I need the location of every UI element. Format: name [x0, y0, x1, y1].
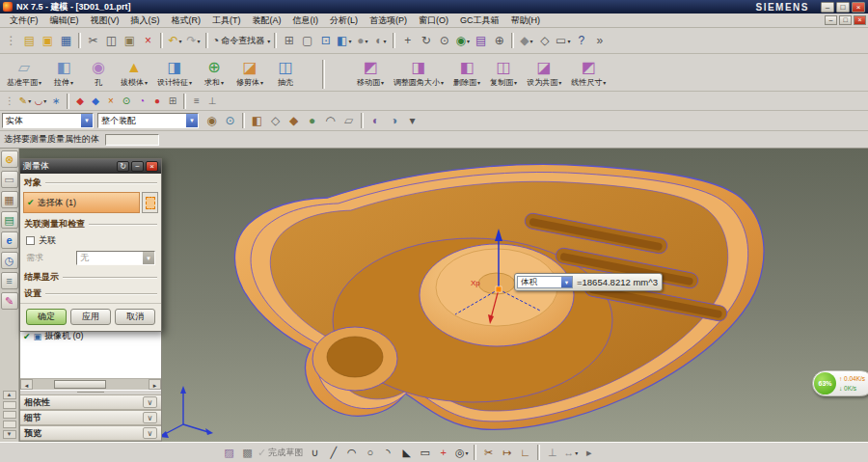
move-face-button[interactable]: ◩ 移动面 ▾: [352, 59, 389, 88]
selected-body-row[interactable]: ✔ 选择体 (1): [23, 192, 140, 213]
pan-icon[interactable]: +: [398, 32, 417, 50]
new-file-icon[interactable]: ▤: [20, 32, 39, 50]
assembly-navigator-tab[interactable]: ⊛: [1, 150, 18, 168]
doc-minimize-button[interactable]: –: [825, 15, 837, 25]
resize-blend-button[interactable]: ◨ 调整圆角大小 ▾: [389, 59, 448, 88]
navigator-section[interactable]: 细节 ∨: [20, 410, 161, 425]
select-point-icon[interactable]: ●: [303, 112, 321, 130]
make-corner-icon[interactable]: ∟: [516, 445, 534, 461]
apply-button[interactable]: 应用: [70, 309, 111, 325]
orient-view-cube-icon[interactable]: ◧ ▾: [335, 32, 353, 50]
menu-item[interactable]: 编辑(E): [44, 14, 85, 27]
select-edge-icon[interactable]: ◇: [266, 112, 285, 130]
maximize-button[interactable]: □: [836, 2, 850, 13]
save-icon[interactable]: ▦: [57, 32, 75, 50]
paste-icon[interactable]: ▣: [121, 32, 139, 50]
select-datum-icon[interactable]: ▱: [339, 112, 358, 130]
cancel-button[interactable]: 取消: [115, 309, 155, 325]
cut-icon[interactable]: ✂: [84, 32, 102, 50]
ok-button[interactable]: 确定: [26, 309, 67, 325]
curve-rule-icon[interactable]: ≡: [189, 94, 204, 108]
dialog-reset-button[interactable]: ↻: [117, 161, 129, 172]
command-finder-icon[interactable]: ◔ 命令查找器 ▾: [211, 32, 271, 50]
menu-item[interactable]: 信息(I): [287, 14, 325, 27]
rail-up-icon[interactable]: ▲: [3, 391, 16, 399]
cup-feature[interactable]: [312, 327, 397, 391]
snap-point-intersect-icon[interactable]: ×: [103, 94, 119, 108]
navigator-section[interactable]: 预览 ∨: [20, 425, 161, 441]
doc-close-button[interactable]: ×: [854, 15, 866, 25]
redo-icon[interactable]: ↷ ▾: [184, 32, 203, 50]
arc-icon[interactable]: ◠: [342, 445, 361, 461]
copy-face-button[interactable]: ◫ 复制面 ▾: [485, 59, 522, 88]
rail-down-icon[interactable]: ▼: [3, 430, 16, 439]
touch-mode-icon[interactable]: ⊞: [280, 32, 298, 50]
delete-icon[interactable]: ×: [139, 32, 157, 50]
screenshot-icon[interactable]: ▢: [298, 32, 316, 50]
geometric-constraints-icon[interactable]: ⊥: [543, 445, 561, 461]
menu-item[interactable]: 插入(S): [125, 14, 166, 27]
stop-at-intersection-icon[interactable]: ⊥: [204, 94, 220, 108]
sketch-icon[interactable]: ✎ ▾: [17, 94, 33, 108]
profile-icon[interactable]: ∪: [306, 445, 324, 461]
speed-ball[interactable]: 63%: [814, 372, 836, 394]
unite-button[interactable]: ⊕ 求和 ▾: [197, 59, 231, 88]
system-materials-tab[interactable]: ≡: [1, 272, 18, 289]
snap-point-quadrant-icon[interactable]: ◔: [134, 94, 149, 108]
show-hide-icon[interactable]: ◉ ▾: [453, 32, 472, 50]
rail-slot[interactable]: [3, 421, 16, 428]
delete-face-button[interactable]: ◧ 删除面 ▾: [448, 59, 485, 88]
part-navigator-tab[interactable]: ▦: [1, 191, 18, 208]
part-body[interactable]: [234, 164, 764, 429]
snap-view-icon[interactable]: ◇: [535, 32, 554, 50]
rail-slot[interactable]: [3, 401, 16, 409]
snap-enable-icon[interactable]: ◉: [203, 112, 221, 130]
scroll-left-button[interactable]: ◂: [20, 379, 33, 390]
wireframe-view-icon[interactable]: ◐ ▾: [371, 32, 390, 50]
open-folder-icon[interactable]: ▣: [39, 32, 57, 50]
sketch-preferences-icon[interactable]: ▩: [238, 445, 257, 461]
quick-extend-icon[interactable]: ↦: [498, 445, 516, 461]
selection-scope-select[interactable]: 整个装配 ▼: [97, 113, 199, 128]
menu-item[interactable]: 分析(L): [324, 14, 364, 27]
shell-button[interactable]: ◫ 抽壳: [268, 59, 303, 88]
layer-settings-icon[interactable]: ▤: [472, 32, 490, 50]
hole-button[interactable]: ◉ 孔: [81, 59, 116, 88]
datum-plane-button[interactable]: ▱ 基准平面 ▾: [2, 59, 46, 88]
offset-curve-icon[interactable]: ◎ ▾: [452, 445, 471, 461]
roles-tab[interactable]: ✎: [1, 292, 18, 310]
history-tab[interactable]: ◷: [1, 252, 18, 269]
rectangle-icon[interactable]: ▭: [416, 445, 434, 461]
window-icon[interactable]: ▭ ▾: [554, 32, 572, 50]
filter-more-icon[interactable]: ▾: [403, 112, 421, 130]
design-feature-button[interactable]: ◨ 设计特征 ▾: [152, 59, 197, 88]
menu-item[interactable]: 工具(T): [206, 14, 247, 27]
help-icon[interactable]: ?: [572, 32, 590, 50]
sketch-curve-icon[interactable]: ◡ ▾: [33, 94, 48, 108]
datum-csys-icon[interactable]: ∗: [48, 94, 64, 108]
snap-point-existing-icon[interactable]: ●: [149, 94, 165, 108]
extrude-button[interactable]: ◧ 拉伸 ▾: [46, 59, 81, 88]
rail-slot[interactable]: [3, 411, 16, 419]
snap-point-grid-icon[interactable]: ⊞: [165, 94, 180, 108]
select-body-icon[interactable]: ◆: [285, 112, 303, 130]
snap-midpoint-icon[interactable]: ◐: [366, 112, 385, 130]
requirement-select[interactable]: 无 ▼: [76, 251, 155, 265]
select-curve-icon[interactable]: ◠: [321, 112, 339, 130]
linear-dimension-button[interactable]: ◩ 线性尺寸 ▾: [566, 59, 610, 88]
menu-item[interactable]: 首选项(P): [364, 14, 413, 27]
dialog-minimize-button[interactable]: −: [131, 161, 144, 172]
doc-restore-button[interactable]: □: [839, 15, 852, 25]
snap-point-end-icon[interactable]: ◆: [72, 94, 88, 108]
undo-icon[interactable]: ↶ ▾: [166, 32, 184, 50]
scrollbar-track[interactable]: [33, 379, 149, 390]
toolbar-handle[interactable]: ⋮: [2, 94, 17, 108]
auto-dimension-icon[interactable]: ↔ ▾: [561, 445, 580, 461]
material-icon[interactable]: ◆ ▾: [517, 32, 535, 50]
highlight-icon[interactable]: ⊙: [221, 112, 239, 130]
reuse-library-tab[interactable]: ▤: [1, 211, 18, 229]
finish-sketch-button[interactable]: ✓ 完成草图: [257, 445, 306, 461]
quick-trim-icon[interactable]: ✂: [479, 445, 498, 461]
dialog-close-button[interactable]: ×: [146, 161, 158, 172]
web-browser-tab[interactable]: e: [1, 231, 18, 249]
